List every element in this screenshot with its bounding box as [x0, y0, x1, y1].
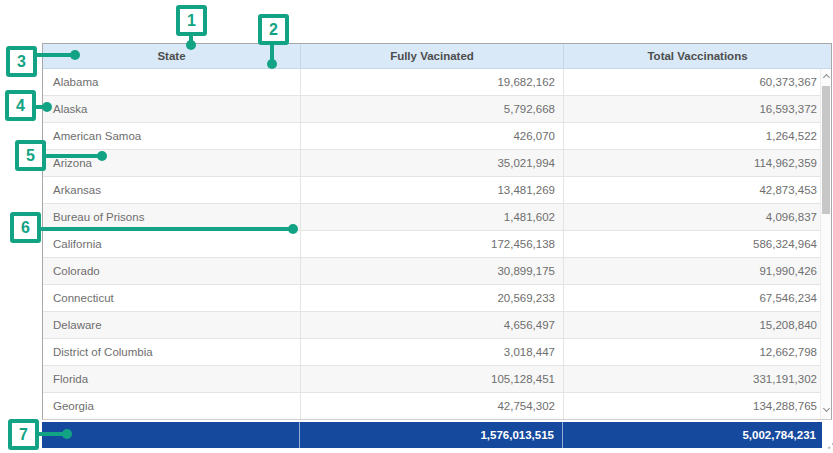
cell-total-vaccinations: 1,264,522 [564, 123, 831, 149]
resize-grip [823, 438, 833, 449]
cell-total-vaccinations: 331,191,302 [564, 366, 831, 392]
table-row[interactable]: California 172,456,138 586,324,964 [43, 231, 831, 258]
cell-fully-vaccinated: 42,754,302 [301, 393, 564, 419]
callout-3-line [35, 53, 75, 57]
callout-6-marker: 6 [10, 212, 41, 243]
cell-state: Connecticut [43, 285, 301, 311]
cell-total-vaccinations: 134,288,765 [564, 393, 831, 419]
table-row[interactable]: Florida 105,128,451 331,191,302 [43, 366, 831, 393]
table-row[interactable]: Arizona 35,021,994 114,962,359 [43, 150, 831, 177]
scrollbar-thumb[interactable] [822, 86, 830, 214]
cell-state: American Samoa [43, 123, 301, 149]
callout-6-line [39, 227, 291, 231]
cell-state: District of Columbia [43, 339, 301, 365]
callout-6-dot [288, 224, 298, 234]
table-row[interactable]: Delaware 4,656,497 15,208,840 [43, 312, 831, 339]
cell-state: Colorado [43, 258, 301, 284]
cell-fully-vaccinated: 5,792,668 [301, 96, 564, 122]
cell-fully-vaccinated: 20,569,233 [301, 285, 564, 311]
summary-cell-fully-vaccinated: 1,576,013,515 [300, 422, 563, 448]
table-row[interactable]: Colorado 30,899,175 91,990,426 [43, 258, 831, 285]
table-row[interactable]: Connecticut 20,569,233 67,546,234 [43, 285, 831, 312]
table-row[interactable]: District of Columbia 3,018,447 12,662,79… [43, 339, 831, 366]
cell-fully-vaccinated: 3,018,447 [301, 339, 564, 365]
cell-fully-vaccinated: 13,481,269 [301, 177, 564, 203]
table-body: Alabama 19,682,162 60,373,367 Alaska 5,7… [43, 69, 831, 419]
summary-row: 1,576,013,515 5,002,784,231 [42, 422, 822, 448]
callout-3-marker: 3 [6, 46, 37, 77]
annotated-table-screenshot: State Fully Vacinated Total Vaccinations… [0, 0, 833, 453]
cell-total-vaccinations: 67,546,234 [564, 285, 831, 311]
callout-5-line [44, 154, 100, 158]
vertical-scrollbar[interactable] [820, 69, 831, 419]
summary-cell-state [42, 422, 300, 448]
cell-total-vaccinations: 12,662,798 [564, 339, 831, 365]
scroll-down-icon[interactable] [823, 405, 830, 412]
cell-state: Alabama [43, 69, 301, 95]
callout-7-dot [62, 429, 72, 439]
column-header-state[interactable]: State [43, 44, 301, 68]
cell-state: Alaska [43, 96, 301, 122]
table-row[interactable]: Arkansas 13,481,269 42,873,453 [43, 177, 831, 204]
callout-3-dot [70, 50, 80, 60]
cell-total-vaccinations: 114,962,359 [564, 150, 831, 176]
table-row[interactable]: Alabama 19,682,162 60,373,367 [43, 69, 831, 96]
cell-state: Arkansas [43, 177, 301, 203]
cell-total-vaccinations: 91,990,426 [564, 258, 831, 284]
callout-5-marker: 5 [15, 140, 46, 171]
cell-total-vaccinations: 586,324,964 [564, 231, 831, 257]
cell-state: Florida [43, 366, 301, 392]
cell-fully-vaccinated: 4,656,497 [301, 312, 564, 338]
cell-fully-vaccinated: 30,899,175 [301, 258, 564, 284]
summary-cell-total-vaccinations: 5,002,784,231 [563, 422, 822, 448]
table-header-row: State Fully Vacinated Total Vaccinations [43, 44, 831, 69]
cell-state: Delaware [43, 312, 301, 338]
cell-total-vaccinations: 4,096,837 [564, 204, 831, 230]
table-row[interactable]: Alaska 5,792,668 16,593,372 [43, 96, 831, 123]
cell-state: Georgia [43, 393, 301, 419]
table-row[interactable]: American Samoa 426,070 1,264,522 [43, 123, 831, 150]
cell-fully-vaccinated: 19,682,162 [301, 69, 564, 95]
callout-4-marker: 4 [5, 90, 36, 121]
callout-1-marker: 1 [176, 5, 207, 36]
table-row[interactable]: Georgia 42,754,302 134,288,765 [43, 393, 831, 419]
cell-fully-vaccinated: 172,456,138 [301, 231, 564, 257]
cell-fully-vaccinated: 35,021,994 [301, 150, 564, 176]
cell-fully-vaccinated: 1,481,602 [301, 204, 564, 230]
attribute-table: State Fully Vacinated Total Vaccinations… [42, 43, 832, 420]
cell-fully-vaccinated: 105,128,451 [301, 366, 564, 392]
cell-total-vaccinations: 42,873,453 [564, 177, 831, 203]
callout-1-dot [186, 40, 196, 50]
callout-2-dot [267, 59, 277, 69]
cell-total-vaccinations: 60,373,367 [564, 69, 831, 95]
column-header-total-vaccinations[interactable]: Total Vaccinations [564, 44, 831, 68]
scroll-up-icon[interactable] [823, 74, 830, 81]
column-header-fully-vaccinated[interactable]: Fully Vacinated [301, 44, 564, 68]
cell-fully-vaccinated: 426,070 [301, 123, 564, 149]
cell-total-vaccinations: 15,208,840 [564, 312, 831, 338]
cell-total-vaccinations: 16,593,372 [564, 96, 831, 122]
callout-7-line [37, 432, 65, 436]
callout-4-dot [42, 102, 52, 112]
cell-state: California [43, 231, 301, 257]
callout-2-marker: 2 [258, 14, 289, 45]
callout-7-marker: 7 [8, 419, 39, 450]
callout-5-dot [97, 151, 107, 161]
